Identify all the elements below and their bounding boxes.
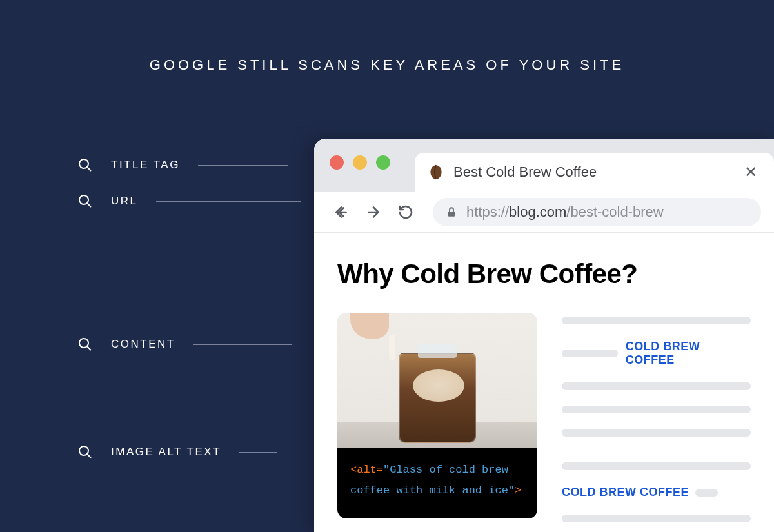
label-alt-text-text: IMAGE ALT TEXT [111,446,221,458]
text-line [562,317,751,324]
seo-labels: TITLE TAG URL CONTENT IMAGE ALT TEXT [77,155,301,476]
svg-line-7 [87,454,91,458]
connector-line [194,344,292,345]
text-line [695,489,718,497]
connector-line [239,452,277,453]
reload-button[interactable] [392,198,420,226]
label-alt-text: IMAGE ALT TEXT [77,442,301,462]
coffee-image [337,313,537,448]
connector-line [198,165,288,166]
minimize-window-button[interactable] [353,155,367,170]
search-icon [77,193,93,209]
page-heading: Why Cold Brew Coffee? [337,259,751,290]
browser-tab[interactable]: Best Cold Brew Coffee ✕ [415,153,774,192]
svg-point-6 [79,446,88,455]
code-tag-close: > [515,484,521,497]
browser-mockup: Best Cold Brew Coffee ✕ https://blog.com… [314,139,774,532]
page-content: Why Cold Brew Coffee? <alt="Glass of col… [314,233,774,532]
search-icon [77,157,93,173]
svg-point-2 [79,195,88,204]
keyword-highlight: COLD BREW COFFEE [562,486,689,499]
svg-point-8 [430,165,441,179]
close-window-button[interactable] [330,155,344,170]
url-text: https://blog.com/best-cold-brew [466,204,664,221]
text-line [562,350,618,357]
svg-point-4 [79,339,88,348]
text-line [562,382,751,390]
maximize-window-button[interactable] [376,155,390,170]
svg-point-0 [79,159,88,168]
svg-line-1 [87,167,91,171]
text-line [562,462,751,470]
svg-rect-12 [448,212,455,217]
code-tag-open: <alt= [350,464,383,476]
image-block: <alt="Glass of cold brew coffee with mil… [337,313,537,532]
text-line [562,515,751,522]
page-title: GOOGLE STILL SCANS KEY AREAS OF YOUR SIT… [0,0,774,74]
back-button[interactable] [327,198,355,226]
coffee-bean-icon [428,164,444,181]
forward-button[interactable] [359,198,388,226]
traffic-lights [330,155,390,170]
address-bar[interactable]: https://blog.com/best-cold-brew [433,198,761,226]
tab-title: Best Cold Brew Coffee [453,164,735,181]
lock-icon [446,206,457,218]
text-content-preview: COLD BREW COFFEE COLD BREW COFFEE [562,313,751,532]
browser-tab-bar: Best Cold Brew Coffee ✕ [314,139,774,192]
close-tab-icon[interactable]: ✕ [744,163,757,181]
keyword-row: COLD BREW COFFEE [562,486,751,499]
connector-line [156,201,301,202]
label-url: URL [77,191,301,212]
keyword-highlight: COLD BREW COFFEE [626,340,751,367]
browser-toolbar: https://blog.com/best-cold-brew [314,192,774,233]
label-content-text: CONTENT [111,338,175,351]
label-content: CONTENT [77,334,301,355]
text-line [562,429,751,437]
text-line [562,406,751,413]
svg-line-5 [87,346,91,350]
label-title-tag: TITLE TAG [77,155,301,175]
label-url-text: URL [111,195,138,208]
search-icon [77,444,93,460]
label-title-tag-text: TITLE TAG [111,159,180,172]
search-icon [77,337,93,352]
svg-line-3 [87,203,91,207]
keyword-row: COLD BREW COFFEE [562,340,751,367]
alt-code-block: <alt="Glass of cold brew coffee with mil… [337,448,537,518]
